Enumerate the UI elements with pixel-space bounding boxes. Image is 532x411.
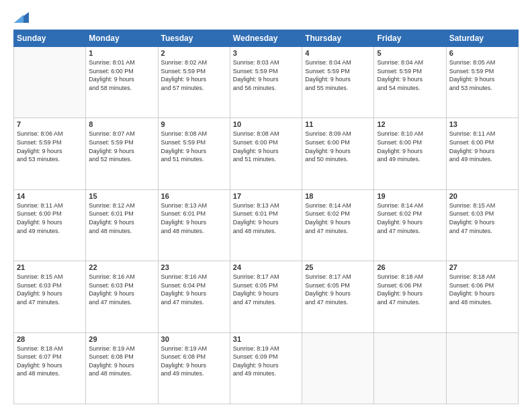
- day-number: 29: [89, 335, 154, 343]
- day-info: Sunrise: 8:11 AM Sunset: 6:00 PM Dayligh…: [17, 201, 83, 235]
- day-info: Sunrise: 8:02 AM Sunset: 5:59 PM Dayligh…: [161, 58, 227, 92]
- calendar-cell: 18Sunrise: 8:14 AM Sunset: 6:02 PM Dayli…: [302, 189, 374, 261]
- day-info: Sunrise: 8:19 AM Sunset: 6:08 PM Dayligh…: [161, 345, 227, 378]
- day-info: Sunrise: 8:17 AM Sunset: 6:05 PM Dayligh…: [305, 273, 371, 306]
- calendar-header-row: Sunday Monday Tuesday Wednesday Thursday…: [14, 30, 519, 47]
- calendar-cell: 2Sunrise: 8:02 AM Sunset: 5:59 PM Daylig…: [158, 47, 230, 118]
- calendar-cell: 1Sunrise: 8:01 AM Sunset: 6:00 PM Daylig…: [86, 47, 158, 118]
- day-number: 22: [89, 263, 154, 271]
- day-number: 15: [89, 192, 154, 200]
- day-info: Sunrise: 8:07 AM Sunset: 5:59 PM Dayligh…: [89, 130, 154, 163]
- day-info: Sunrise: 8:14 AM Sunset: 6:02 PM Dayligh…: [305, 201, 371, 235]
- logo: [13, 12, 29, 23]
- day-number: 5: [377, 49, 443, 57]
- day-number: 25: [305, 263, 371, 271]
- calendar-cell: 26Sunrise: 8:18 AM Sunset: 6:06 PM Dayli…: [374, 261, 446, 332]
- day-number: 4: [305, 49, 371, 57]
- day-info: Sunrise: 8:05 AM Sunset: 5:59 PM Dayligh…: [449, 58, 515, 92]
- day-number: 12: [377, 120, 443, 128]
- day-info: Sunrise: 8:04 AM Sunset: 5:59 PM Dayligh…: [377, 58, 443, 92]
- day-info: Sunrise: 8:08 AM Sunset: 5:59 PM Dayligh…: [161, 130, 227, 163]
- logo-icon: [14, 12, 29, 23]
- day-number: 8: [89, 120, 154, 128]
- calendar-week-row: 14Sunrise: 8:11 AM Sunset: 6:00 PM Dayli…: [14, 189, 519, 261]
- calendar-cell: 25Sunrise: 8:17 AM Sunset: 6:05 PM Dayli…: [302, 261, 374, 332]
- day-info: Sunrise: 8:18 AM Sunset: 6:06 PM Dayligh…: [449, 273, 515, 306]
- calendar-cell: 30Sunrise: 8:19 AM Sunset: 6:08 PM Dayli…: [158, 332, 230, 404]
- calendar-cell: 31Sunrise: 8:19 AM Sunset: 6:09 PM Dayli…: [230, 332, 302, 404]
- day-info: Sunrise: 8:13 AM Sunset: 6:01 PM Dayligh…: [161, 201, 227, 235]
- day-info: Sunrise: 8:06 AM Sunset: 5:59 PM Dayligh…: [17, 130, 83, 163]
- header-saturday: Saturday: [446, 30, 518, 47]
- day-number: 19: [377, 192, 443, 200]
- calendar-cell: [14, 47, 86, 118]
- day-info: Sunrise: 8:11 AM Sunset: 6:00 PM Dayligh…: [449, 130, 515, 163]
- day-number: 2: [161, 49, 227, 57]
- day-number: 3: [233, 49, 299, 57]
- calendar-cell: 14Sunrise: 8:11 AM Sunset: 6:00 PM Dayli…: [14, 189, 86, 261]
- day-number: 18: [305, 192, 371, 200]
- day-number: 20: [449, 192, 515, 200]
- header-monday: Monday: [86, 30, 158, 47]
- day-number: 1: [89, 49, 154, 57]
- day-info: Sunrise: 8:15 AM Sunset: 6:03 PM Dayligh…: [449, 201, 515, 235]
- day-number: 7: [17, 120, 83, 128]
- calendar-cell: 11Sunrise: 8:09 AM Sunset: 6:00 PM Dayli…: [302, 118, 374, 189]
- day-info: Sunrise: 8:03 AM Sunset: 5:59 PM Dayligh…: [233, 58, 299, 92]
- day-info: Sunrise: 8:16 AM Sunset: 6:03 PM Dayligh…: [89, 273, 154, 306]
- day-number: 24: [233, 263, 299, 271]
- day-info: Sunrise: 8:15 AM Sunset: 6:03 PM Dayligh…: [17, 273, 83, 306]
- calendar-cell: 24Sunrise: 8:17 AM Sunset: 6:05 PM Dayli…: [230, 261, 302, 332]
- day-info: Sunrise: 8:19 AM Sunset: 6:08 PM Dayligh…: [89, 345, 154, 378]
- page: Sunday Monday Tuesday Wednesday Thursday…: [0, 0, 532, 411]
- calendar-cell: 17Sunrise: 8:13 AM Sunset: 6:01 PM Dayli…: [230, 189, 302, 261]
- calendar-cell: 12Sunrise: 8:10 AM Sunset: 6:00 PM Dayli…: [374, 118, 446, 189]
- header-tuesday: Tuesday: [158, 30, 230, 47]
- day-info: Sunrise: 8:19 AM Sunset: 6:09 PM Dayligh…: [233, 345, 299, 378]
- day-info: Sunrise: 8:18 AM Sunset: 6:06 PM Dayligh…: [377, 273, 443, 306]
- calendar-cell: 22Sunrise: 8:16 AM Sunset: 6:03 PM Dayli…: [86, 261, 158, 332]
- calendar-week-row: 21Sunrise: 8:15 AM Sunset: 6:03 PM Dayli…: [14, 261, 519, 332]
- day-number: 27: [449, 263, 515, 271]
- calendar-cell: 4Sunrise: 8:04 AM Sunset: 5:59 PM Daylig…: [302, 47, 374, 118]
- day-number: 16: [161, 192, 227, 200]
- calendar-cell: [446, 332, 518, 404]
- calendar-week-row: 1Sunrise: 8:01 AM Sunset: 6:00 PM Daylig…: [14, 47, 519, 118]
- calendar-cell: 15Sunrise: 8:12 AM Sunset: 6:01 PM Dayli…: [86, 189, 158, 261]
- header-sunday: Sunday: [14, 30, 86, 47]
- day-info: Sunrise: 8:08 AM Sunset: 6:00 PM Dayligh…: [233, 130, 299, 163]
- calendar-cell: 23Sunrise: 8:16 AM Sunset: 6:04 PM Dayli…: [158, 261, 230, 332]
- day-info: Sunrise: 8:09 AM Sunset: 6:00 PM Dayligh…: [305, 130, 371, 163]
- day-number: 17: [233, 192, 299, 200]
- calendar-cell: 5Sunrise: 8:04 AM Sunset: 5:59 PM Daylig…: [374, 47, 446, 118]
- svg-marker-1: [14, 15, 24, 23]
- calendar-cell: 13Sunrise: 8:11 AM Sunset: 6:00 PM Dayli…: [446, 118, 518, 189]
- day-number: 6: [449, 49, 515, 57]
- day-number: 30: [161, 335, 227, 343]
- day-info: Sunrise: 8:12 AM Sunset: 6:01 PM Dayligh…: [89, 201, 154, 235]
- day-number: 10: [233, 120, 299, 128]
- calendar-cell: [374, 332, 446, 404]
- day-number: 21: [17, 263, 83, 271]
- calendar-cell: 8Sunrise: 8:07 AM Sunset: 5:59 PM Daylig…: [86, 118, 158, 189]
- calendar-cell: 7Sunrise: 8:06 AM Sunset: 5:59 PM Daylig…: [14, 118, 86, 189]
- day-info: Sunrise: 8:13 AM Sunset: 6:01 PM Dayligh…: [233, 201, 299, 235]
- day-number: 9: [161, 120, 227, 128]
- header: [13, 12, 519, 23]
- day-info: Sunrise: 8:10 AM Sunset: 6:00 PM Dayligh…: [377, 130, 443, 163]
- day-number: 11: [305, 120, 371, 128]
- calendar-cell: 21Sunrise: 8:15 AM Sunset: 6:03 PM Dayli…: [14, 261, 86, 332]
- calendar-week-row: 7Sunrise: 8:06 AM Sunset: 5:59 PM Daylig…: [14, 118, 519, 189]
- calendar-cell: 9Sunrise: 8:08 AM Sunset: 5:59 PM Daylig…: [158, 118, 230, 189]
- day-number: 28: [17, 335, 83, 343]
- calendar-cell: 3Sunrise: 8:03 AM Sunset: 5:59 PM Daylig…: [230, 47, 302, 118]
- calendar-cell: 19Sunrise: 8:14 AM Sunset: 6:02 PM Dayli…: [374, 189, 446, 261]
- day-number: 13: [449, 120, 515, 128]
- day-info: Sunrise: 8:01 AM Sunset: 6:00 PM Dayligh…: [89, 58, 154, 92]
- header-wednesday: Wednesday: [230, 30, 302, 47]
- day-number: 31: [233, 335, 299, 343]
- calendar-table: Sunday Monday Tuesday Wednesday Thursday…: [13, 30, 519, 404]
- day-info: Sunrise: 8:16 AM Sunset: 6:04 PM Dayligh…: [161, 273, 227, 306]
- day-info: Sunrise: 8:04 AM Sunset: 5:59 PM Dayligh…: [305, 58, 371, 92]
- day-number: 26: [377, 263, 443, 271]
